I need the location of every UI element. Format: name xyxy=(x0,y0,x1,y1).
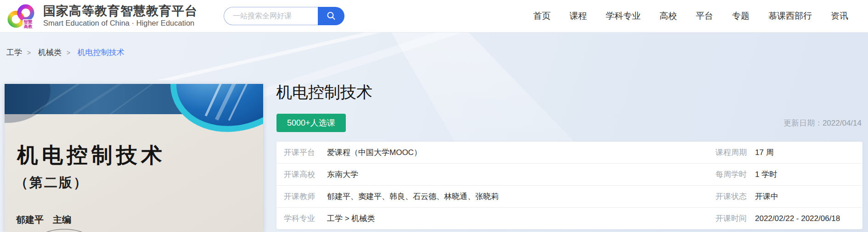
brand: 国家高等教育智慧教育平台 Smart Education of China · … xyxy=(43,4,197,28)
logo-badge-text: 高教 xyxy=(24,24,33,29)
breadcrumb-item: 机电控制技术 > xyxy=(78,47,124,58)
update-date-value: 2022/04/14 xyxy=(823,119,862,127)
site-logo[interactable]: 智慧 高教 xyxy=(6,3,42,29)
site-subtitle: Smart Education of China · Higher Educat… xyxy=(43,18,197,28)
course-title: 机电控制技术 xyxy=(276,82,372,103)
info-value: 郁建平、窦建平、韩良、石云德、林晓通、张晓莉 xyxy=(327,191,716,202)
page: 智慧 高教 国家高等教育智慧教育平台 Smart Education of Ch… xyxy=(0,0,868,232)
course-info-card: 开课平台 爱课程（中国大学MOOC） 课程周期 17 周 开课高校 东南大学 每… xyxy=(276,142,862,229)
cover-author: 郁建平 主编 xyxy=(16,214,71,226)
info-row: 开课高校 东南大学 每周学时 1 学时 xyxy=(276,164,862,186)
info-label: 开课时间 xyxy=(716,213,747,224)
site-header: 智慧 高教 国家高等教育智慧教育平台 Smart Education of Ch… xyxy=(0,0,868,33)
info-label: 开课高校 xyxy=(284,169,317,180)
info-label: 每周学时 xyxy=(716,169,747,180)
breadcrumb-link[interactable]: 机械类 xyxy=(38,47,62,58)
cover-title: 机电控制技术 xyxy=(17,141,166,170)
info-label: 课程周期 xyxy=(716,147,747,158)
course-cover-image: 机电控制技术 （第二版） 郁建平 主编 xyxy=(5,84,263,232)
info-row: 学科专业 工学 > 机械类 开课时间 2022/02/22 - 2022/06/… xyxy=(276,208,862,229)
search-input[interactable] xyxy=(224,7,318,25)
info-row: 开课教师 郁建平、窦建平、韩良、石云德、林晓通、张晓莉 开课状态 开课中 xyxy=(276,186,862,208)
info-label: 开课平台 xyxy=(284,147,317,158)
nav-item[interactable]: 平台 xyxy=(696,10,713,22)
nav-item[interactable]: 高校 xyxy=(659,10,677,22)
breadcrumb-item: 工学 > xyxy=(6,47,36,58)
search-bar xyxy=(224,7,344,25)
info-value: 工学 > 机械类 xyxy=(327,213,716,224)
breadcrumb-link[interactable]: 工学 xyxy=(6,47,22,58)
info-value: 爱课程（中国大学MOOC） xyxy=(327,147,716,158)
info-label: 学科专业 xyxy=(284,213,317,224)
enroll-count-badge: 5000+人选课 xyxy=(276,114,346,132)
breadcrumb: 工学 > 机械类 > 机电控制技术 > xyxy=(6,47,124,58)
nav-item[interactable]: 学科专业 xyxy=(606,10,641,22)
update-date-label: 更新日期： xyxy=(783,119,823,127)
info-label: 开课状态 xyxy=(716,191,747,202)
info-label: 开课教师 xyxy=(284,191,317,202)
breadcrumb-separator: > xyxy=(67,49,70,56)
background-streak xyxy=(156,32,395,80)
info-value: 1 学时 xyxy=(755,169,855,180)
nav-item[interactable]: 课程 xyxy=(569,10,587,22)
info-value: 东南大学 xyxy=(327,169,716,180)
info-row: 开课平台 爱课程（中国大学MOOC） 课程周期 17 周 xyxy=(276,142,862,164)
info-value: 17 周 xyxy=(755,147,855,158)
nav-item[interactable]: 资讯 xyxy=(831,10,848,22)
logo-swirl-icon: 智慧 高教 xyxy=(6,3,42,29)
info-value: 开课中 xyxy=(755,191,855,202)
nav-item[interactable]: 首页 xyxy=(533,10,551,22)
update-date: 更新日期：2022/04/14 xyxy=(783,118,862,128)
nav-item[interactable]: 慕课西部行 xyxy=(768,10,812,22)
search-button[interactable] xyxy=(318,7,344,25)
breadcrumb-separator: > xyxy=(27,49,31,56)
breadcrumb-link[interactable]: 机电控制技术 xyxy=(78,47,124,58)
breadcrumb-item: 机械类 > xyxy=(38,47,75,58)
search-icon xyxy=(326,11,336,21)
nav-item[interactable]: 专题 xyxy=(732,10,750,22)
site-title: 国家高等教育智慧教育平台 xyxy=(43,4,197,18)
main-nav: 首页课程学科专业高校平台专题慕课西部行资讯 xyxy=(533,0,848,32)
info-value: 2022/02/22 - 2022/06/18 xyxy=(755,214,855,223)
cover-edition: （第二版） xyxy=(15,174,88,192)
